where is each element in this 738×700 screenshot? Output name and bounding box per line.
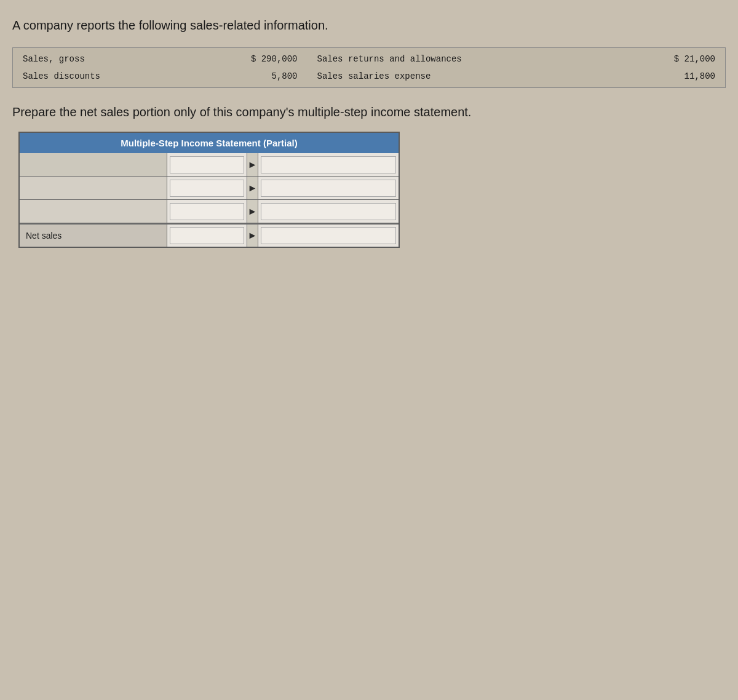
is-input-field-3a[interactable] <box>170 203 244 220</box>
data-row-1: Sales, gross $ 290,000 Sales returns and… <box>13 48 725 68</box>
instruction-text: Prepare the net sales portion only of th… <box>12 105 726 119</box>
income-statement-container: Multiple-Step Income Statement (Partial)… <box>18 132 400 248</box>
left-amount-2: 5,800 <box>189 68 307 87</box>
is-label-header <box>20 153 167 176</box>
is-input2-header[interactable] <box>258 153 399 176</box>
intro-text: A company reports the following sales-re… <box>12 18 726 33</box>
is-row-header: ► <box>20 153 399 177</box>
is-input1-2[interactable] <box>167 177 247 199</box>
is-label-net-sales: Net sales <box>20 225 167 247</box>
is-arrow-net-sales: ► <box>247 225 258 247</box>
is-input1-3[interactable] <box>167 200 247 223</box>
left-label-1: Sales, gross <box>13 48 189 68</box>
left-label-2: Sales discounts <box>13 68 189 87</box>
right-label-1: Sales returns and allowances <box>308 48 616 68</box>
is-arrow-2: ► <box>247 177 258 199</box>
is-input-field-1b[interactable] <box>261 156 396 173</box>
is-label-3 <box>20 200 167 223</box>
is-input2-2[interactable] <box>258 177 399 199</box>
arrow-icon-2: ► <box>248 183 258 194</box>
arrow-icon-ns: ► <box>248 230 258 241</box>
left-amount-1: $ 290,000 <box>189 48 307 68</box>
right-amount-1: $ 21,000 <box>615 48 725 68</box>
data-row-2: Sales discounts 5,800 Sales salaries exp… <box>13 68 725 87</box>
is-input-field-nsa[interactable] <box>170 227 244 244</box>
is-input-field-2a[interactable] <box>170 180 244 197</box>
data-info-section: Sales, gross $ 290,000 Sales returns and… <box>12 47 726 88</box>
is-arrow-3: ► <box>247 200 258 223</box>
is-input2-3[interactable] <box>258 200 399 223</box>
is-input-field-2b[interactable] <box>261 180 396 197</box>
is-row-net-sales: Net sales ► <box>20 223 399 247</box>
is-row-3: ► <box>20 200 399 223</box>
is-row-2: ► <box>20 177 399 200</box>
is-label-2 <box>20 177 167 199</box>
arrow-icon-3: ► <box>248 206 258 217</box>
is-input1-header[interactable] <box>167 153 247 176</box>
right-amount-2: 11,800 <box>615 68 725 87</box>
income-statement-header: Multiple-Step Income Statement (Partial) <box>20 133 399 153</box>
right-label-2: Sales salaries expense <box>308 68 616 87</box>
is-input1-net-sales[interactable] <box>167 225 247 247</box>
is-input-field-nsb[interactable] <box>261 227 396 244</box>
is-input-field-3b[interactable] <box>261 203 396 220</box>
is-input2-net-sales[interactable] <box>258 225 399 247</box>
is-input-field-1a[interactable] <box>170 156 244 173</box>
arrow-icon-1: ► <box>248 159 258 170</box>
is-arrow-header: ► <box>247 153 258 176</box>
